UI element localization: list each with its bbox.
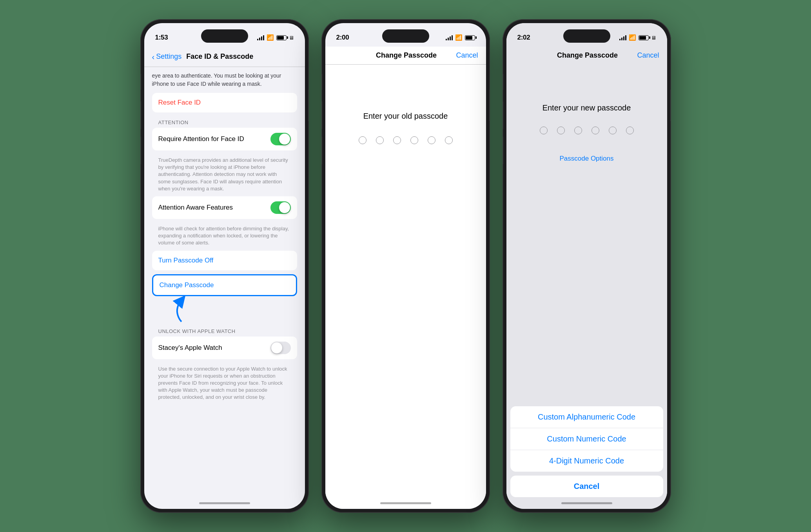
signal-icon-3: [619, 35, 626, 40]
volume-down-button: [140, 137, 141, 164]
passcode-dots-3: [540, 127, 634, 134]
page-title-1: Face ID & Passcode: [186, 52, 253, 61]
silent-switch-2: [321, 74, 322, 90]
new-dot-6: [626, 127, 634, 134]
turn-passcode-off-item[interactable]: Turn Passcode Off: [152, 251, 297, 270]
phone-1: 1:53 📶 🖥: [140, 19, 309, 513]
volume-up-button-2: [321, 101, 322, 129]
time-1: 1:53: [155, 34, 168, 42]
apple-watch-card: Stacey's Apple Watch: [152, 337, 297, 359]
wifi-icon-3: 📶: [629, 34, 636, 41]
apple-watch-description: Use the secure connection to your Apple …: [144, 363, 305, 405]
change-passcode-label: Change Passcode: [160, 281, 214, 289]
monitor-icon-3: 🖥: [651, 35, 656, 41]
dot-1: [359, 136, 366, 144]
home-indicator-3: [561, 502, 612, 504]
status-icons-2: 📶: [446, 34, 475, 41]
attention-aware-toggle[interactable]: [270, 201, 291, 214]
arrow-icon: [168, 296, 195, 324]
power-button-2: [489, 90, 490, 121]
arrow-area: [168, 296, 305, 325]
power-button: [308, 90, 309, 121]
passcode-card: Turn Passcode Off: [152, 251, 297, 270]
chevron-left-icon: ‹: [152, 53, 155, 61]
cancel-button-2[interactable]: Cancel: [456, 51, 478, 60]
attention-aware-label: Attention Aware Features: [158, 204, 233, 212]
back-label[interactable]: Settings: [156, 52, 181, 61]
phone-2-screen: 2:00 📶 C: [325, 23, 486, 509]
monitor-icon: 🖥: [289, 35, 294, 41]
passcode-header-3: Change Passcode Cancel: [506, 47, 667, 64]
reset-face-id-label: Reset Face ID: [158, 99, 201, 107]
apple-watch-item[interactable]: Stacey's Apple Watch: [152, 337, 297, 359]
silent-switch: [140, 74, 141, 90]
dot-6: [445, 136, 453, 144]
action-sheet-cancel[interactable]: Cancel: [510, 476, 663, 497]
new-dot-1: [540, 127, 548, 134]
four-digit-numeric-item[interactable]: 4-Digit Numeric Code: [510, 450, 663, 472]
settings-body: eye area to authenticate. You must be lo…: [144, 67, 305, 413]
phone-1-screen: 1:53 📶 🖥: [144, 23, 305, 509]
dot-3: [393, 136, 401, 144]
new-dot-5: [609, 127, 617, 134]
silent-switch-3: [503, 74, 503, 90]
phone-3: 2:02 📶 🖥: [503, 19, 671, 513]
passcode-header-2: Change Passcode Cancel: [325, 47, 486, 65]
passcode-dots-2: [359, 136, 453, 144]
apple-watch-toggle[interactable]: [270, 342, 291, 354]
signal-icon: [257, 35, 264, 40]
reset-face-id-card: Reset Face ID: [152, 93, 297, 112]
dot-4: [410, 136, 418, 144]
attention-section-header: ATTENTION: [144, 116, 305, 128]
back-button[interactable]: ‹ Settings: [152, 52, 182, 61]
phone-2-content: Change Passcode Cancel Enter your old pa…: [325, 47, 486, 509]
require-attention-description: TrueDepth camera provides an additional …: [144, 154, 305, 196]
reset-face-id-item[interactable]: Reset Face ID: [152, 93, 297, 112]
action-sheet-cancel-label: Cancel: [574, 482, 600, 490]
action-sheet: Custom Alphanumeric Code Custom Numeric …: [510, 406, 663, 497]
wifi-icon-2: 📶: [455, 34, 463, 41]
change-passcode-highlighted[interactable]: Change Passcode: [152, 274, 297, 296]
require-attention-item[interactable]: Require Attention for Face ID: [152, 128, 297, 150]
passcode-title-3: Change Passcode: [538, 51, 637, 60]
attention-card: Require Attention for Face ID: [152, 128, 297, 150]
cancel-button-3[interactable]: Cancel: [637, 51, 659, 60]
phone-3-screen: 2:02 📶 🖥: [506, 23, 667, 509]
volume-up-button: [140, 101, 141, 129]
phone-1-content: ‹ Settings Face ID & Passcode eye area t…: [144, 47, 305, 413]
home-indicator-2: [380, 502, 431, 504]
passcode-body-2: Enter your old passcode: [325, 65, 486, 144]
four-digit-numeric-label: 4-Digit Numeric Code: [549, 456, 624, 465]
custom-alphanumeric-item[interactable]: Custom Alphanumeric Code: [510, 406, 663, 428]
new-dot-2: [557, 127, 565, 134]
time-2: 2:00: [336, 34, 349, 42]
dot-2: [376, 136, 384, 144]
custom-alphanumeric-label: Custom Alphanumeric Code: [538, 413, 635, 421]
nav-header-1: ‹ Settings Face ID & Passcode: [144, 47, 305, 67]
home-indicator-1: [199, 502, 250, 504]
new-dot-4: [591, 127, 599, 134]
status-icons-1: 📶 🖥: [257, 34, 294, 41]
dot-5: [428, 136, 435, 144]
change-passcode-item[interactable]: Change Passcode: [153, 275, 296, 295]
battery-icon-2: [465, 35, 475, 40]
phone-3-content: Change Passcode Cancel Enter your new pa…: [506, 47, 667, 509]
dynamic-island-2: [382, 29, 429, 43]
signal-icon-2: [446, 35, 453, 40]
dynamic-island-1: [201, 29, 248, 43]
attention-aware-item[interactable]: Attention Aware Features: [152, 196, 297, 219]
battery-icon: [276, 35, 287, 40]
power-button-3: [670, 90, 671, 121]
require-attention-toggle[interactable]: [270, 133, 291, 145]
passcode-options-link[interactable]: Passcode Options: [553, 148, 620, 169]
passcode-title-2: Change Passcode: [357, 51, 456, 60]
custom-numeric-item[interactable]: Custom Numeric Code: [510, 428, 663, 450]
turn-passcode-off-label: Turn Passcode Off: [158, 257, 214, 264]
custom-numeric-label: Custom Numeric Code: [547, 434, 626, 443]
apple-watch-label: Stacey's Apple Watch: [158, 344, 222, 352]
time-3: 2:02: [517, 34, 530, 42]
attention-aware-description: iPhone will check for attention before d…: [144, 223, 305, 251]
attention-aware-card: Attention Aware Features: [152, 196, 297, 219]
battery-icon-3: [639, 35, 649, 40]
passcode-prompt-2: Enter your old passcode: [363, 112, 448, 121]
